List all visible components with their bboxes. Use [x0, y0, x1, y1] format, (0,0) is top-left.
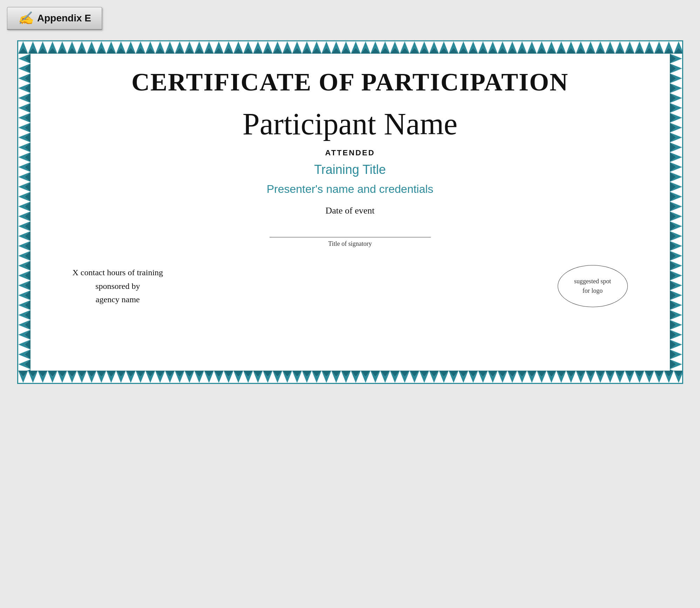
contact-hours-line1: X contact hours of training [73, 268, 163, 277]
svg-rect-5 [18, 54, 30, 371]
bottom-row: X contact hours of training sponsored by… [59, 265, 642, 307]
bottom-border [18, 371, 682, 383]
logo-spot-text: suggested spot for logo [574, 277, 611, 296]
presenter-name: Presenter's name and credentials [59, 183, 642, 196]
contact-hours-line2: sponsored by [95, 282, 140, 291]
signature-area: Title of signatory [59, 237, 642, 248]
logo-spot: suggested spot for logo [558, 265, 628, 307]
top-border [18, 41, 682, 54]
svg-rect-8 [670, 54, 682, 371]
certificate-sides: Certificate of Participation Participant… [18, 54, 682, 371]
appendix-icon: ✍ [18, 11, 34, 26]
certificate-title: Certificate of Participation [59, 68, 642, 97]
certificate-wrapper: Certificate of Participation Participant… [17, 40, 683, 384]
right-border [670, 54, 682, 371]
date-of-event: Date of event [59, 205, 642, 216]
certificate-content: Certificate of Participation Participant… [30, 54, 670, 371]
signature-label: Title of signatory [328, 240, 372, 248]
appendix-tab: ✍ Appendix E [7, 7, 102, 30]
training-title: Training Title [59, 162, 642, 177]
contact-hours-line3: agency name [96, 295, 140, 304]
certificate-outer: Certificate of Participation Participant… [17, 40, 683, 384]
contact-hours: X contact hours of training sponsored by… [73, 266, 163, 306]
appendix-label: Appendix E [37, 13, 91, 24]
participant-name: Participant Name [59, 107, 642, 141]
left-border [18, 54, 30, 371]
svg-rect-2 [18, 41, 682, 54]
signature-line [270, 237, 431, 237]
attended-label: ATTENDED [59, 148, 642, 157]
svg-rect-11 [18, 371, 682, 383]
